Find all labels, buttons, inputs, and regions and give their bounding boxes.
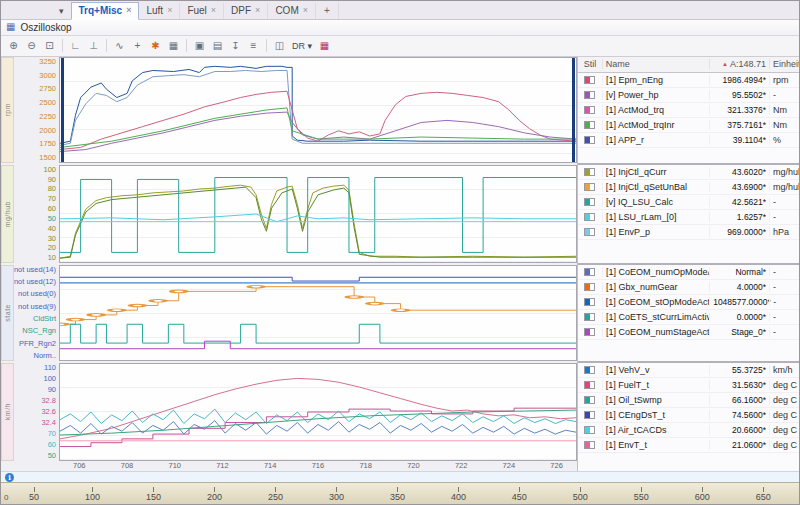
chart-panel-vehicle-temperatures[interactable] — [59, 363, 577, 461]
axis-tick-label: 40 — [48, 225, 56, 233]
signal-style-icon[interactable] — [584, 411, 595, 419]
table-row[interactable]: [1] InjCtl_qCurr43.6020*mg/hub — [578, 165, 799, 180]
table-row[interactable]: [1] EnvP_p969.0000*hPa — [578, 225, 799, 240]
tab-close-icon[interactable]: × — [211, 5, 216, 15]
signal-style-icon[interactable] — [584, 91, 595, 99]
signal-style-icon[interactable] — [584, 213, 595, 221]
signal-style-icon[interactable] — [584, 283, 595, 291]
table-row[interactable]: [v] IQ_LSU_Calc42.5621*- — [578, 195, 799, 210]
layers-icon[interactable]: ◫ — [271, 38, 288, 54]
signal-table-header[interactable]: Stil Name ▲ A:148.71 Einheit — [578, 57, 799, 73]
table-row[interactable]: [1] FuelT_t31.5630*deg C — [578, 378, 799, 393]
series-marker — [130, 304, 144, 307]
chart-layout-icon[interactable]: ▤ — [209, 38, 226, 54]
table-row[interactable]: [1] ActMod_trq321.3376*Nm — [578, 103, 799, 118]
tab-dpf[interactable]: DPF× — [224, 3, 268, 19]
table-row[interactable]: [1] VehV_v55.3725*km/h — [578, 363, 799, 378]
zoom-in-icon[interactable]: ⊕ — [5, 38, 22, 54]
zoom-out-icon[interactable]: ⊖ — [23, 38, 40, 54]
signal-style-icon[interactable] — [584, 426, 595, 434]
signal-value: 20.6600* — [709, 425, 769, 435]
tab-com[interactable]: COM× — [268, 3, 316, 19]
signal-table-icon[interactable]: ▦ — [316, 38, 333, 54]
axis-labels: not used(14)not used(12)not used(0)not u… — [14, 265, 59, 361]
table-row[interactable]: [1] CoEOM_numStageActStage_0*- — [578, 325, 799, 340]
add-tab-button[interactable]: + — [316, 3, 339, 19]
export-icon[interactable]: ↧ — [227, 38, 244, 54]
signal-name: [1] LSU_rLam_[0] — [602, 212, 710, 222]
table-row[interactable]: [1] Gbx_numGear4.0000*- — [578, 280, 799, 295]
info-icon[interactable]: i — [5, 473, 14, 482]
unit-strip-label: state — [4, 304, 11, 322]
tab-fuel[interactable]: Fuel× — [180, 3, 224, 19]
snapshot-icon[interactable]: ▣ — [191, 38, 208, 54]
y-axis-injection-lambda: mg/hub100908070605040302010 — [1, 165, 59, 263]
ruler-origin-label: 0 — [4, 493, 8, 502]
signal-style-icon[interactable] — [584, 198, 595, 206]
signal-style-icon[interactable] — [584, 366, 595, 374]
table-row[interactable]: [1] CoEOM_stOpModeAct1048577.0000*- — [578, 295, 799, 310]
signal-style-icon[interactable] — [584, 121, 595, 129]
chart-panel-injection-lambda[interactable] — [59, 165, 577, 263]
signal-style-icon[interactable] — [584, 441, 595, 449]
gear-icon[interactable]: ✱ — [147, 38, 164, 54]
selection-cursor-left[interactable] — [61, 58, 64, 162]
table-row[interactable]: [1] LSU_rLam_[0]1.6257*- — [578, 210, 799, 225]
toolbar-separator — [106, 39, 107, 52]
signal-style-icon[interactable] — [584, 298, 595, 306]
grid-icon[interactable]: ▦ — [165, 38, 182, 54]
signal-style-icon[interactable] — [584, 183, 595, 191]
timeline-ruler[interactable]: 0 50100150200250300350400450500550600650 — [1, 482, 799, 504]
signal-style-icon[interactable] — [584, 106, 595, 114]
header-name[interactable]: Name — [602, 59, 709, 69]
unit-strip: mg/hub — [1, 165, 14, 263]
axis-tick-label: 80 — [48, 185, 56, 193]
signal-style-icon[interactable] — [584, 168, 595, 176]
table-row[interactable]: [1] ActMod_trqInr375.7161*Nm — [578, 118, 799, 133]
header-value[interactable]: ▲ A:148.71 — [709, 59, 769, 69]
tab-close-icon[interactable]: × — [126, 5, 131, 15]
table-row[interactable]: [1] APP_r39.1104*% — [578, 133, 799, 148]
chart-panel-operation-modes[interactable] — [59, 265, 577, 361]
signal-style-icon[interactable] — [584, 136, 595, 144]
table-row[interactable]: [v] Power_hp95.5502*- — [578, 88, 799, 103]
zoom-region-icon[interactable]: ⊡ — [41, 38, 58, 54]
chart-panel-engine-speed-torque[interactable] — [59, 57, 577, 163]
signal-unit: - — [769, 282, 799, 292]
signal-style-icon[interactable] — [584, 328, 595, 336]
signal-style-icon[interactable] — [584, 396, 595, 404]
axis-fit-icon[interactable]: ⊥ — [85, 38, 102, 54]
signal-wave-icon[interactable]: ∿ — [111, 38, 128, 54]
style-cell — [578, 136, 602, 144]
style-cell — [578, 366, 602, 374]
table-row[interactable]: [1] CoEOM_numOpModeActNormal*- — [578, 265, 799, 280]
tab-close-icon[interactable]: × — [303, 5, 308, 15]
dr-dropdown[interactable]: DR ▾ — [289, 38, 315, 54]
table-row[interactable]: [1] InjCtl_qSetUnBal43.6900*mg/hub — [578, 180, 799, 195]
tab-trq-misc[interactable]: Trq+Misc× — [71, 2, 140, 20]
signal-style-icon[interactable] — [584, 228, 595, 236]
axis-scale-icon[interactable]: ∟ — [67, 38, 84, 54]
table-row[interactable]: [1] Epm_nEng1986.4994*rpm — [578, 73, 799, 88]
series-marker — [68, 318, 82, 321]
signal-style-icon[interactable] — [584, 313, 595, 321]
crosshair-icon[interactable]: + — [129, 38, 146, 54]
selection-cursor-right[interactable] — [572, 58, 575, 162]
signal-style-icon[interactable] — [584, 76, 595, 84]
tab-close-icon[interactable]: × — [167, 5, 172, 15]
table-row[interactable]: [1] CoETS_stCurrLimActive0.0000*- — [578, 310, 799, 325]
header-stil[interactable]: Stil — [578, 59, 602, 69]
table-row[interactable]: [1] Oil_tSwmp66.1600*deg C — [578, 393, 799, 408]
header-unit[interactable]: Einheit — [769, 59, 799, 69]
tab-luft[interactable]: Luft× — [139, 3, 180, 19]
print-icon[interactable]: ≡ — [245, 38, 262, 54]
table-row[interactable]: [1] EnvT_t21.0600*deg C — [578, 438, 799, 453]
signal-unit: - — [769, 212, 799, 222]
signal-style-icon[interactable] — [584, 381, 595, 389]
style-cell — [578, 313, 602, 321]
table-row[interactable]: [1] Air_tCACDs20.6600*deg C — [578, 423, 799, 438]
tab-close-icon[interactable]: × — [255, 5, 260, 15]
tab-list-dropdown-icon[interactable]: ▾ — [59, 6, 71, 19]
table-row[interactable]: [1] CEngDsT_t74.5600*deg C — [578, 408, 799, 423]
signal-style-icon[interactable] — [584, 268, 595, 276]
